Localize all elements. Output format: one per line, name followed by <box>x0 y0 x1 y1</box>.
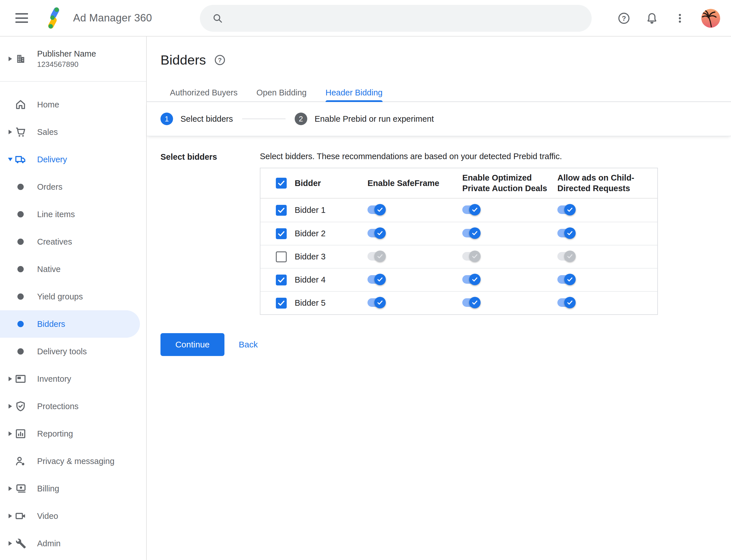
bidder-name: Bidder 4 <box>295 275 326 285</box>
svg-text:?: ? <box>622 15 626 22</box>
table-row: Bidder 5 <box>261 291 657 314</box>
safeframe-toggle[interactable] <box>367 273 386 285</box>
sidebar-item-admin[interactable]: Admin <box>0 530 146 557</box>
sidebar-item-label: Protections <box>37 402 79 411</box>
child-directed-toggle[interactable] <box>557 273 576 285</box>
sidebar-item-delivery[interactable]: Delivery <box>0 146 146 173</box>
truck-icon <box>14 153 27 166</box>
caret-right-icon <box>7 541 13 546</box>
safeframe-toggle[interactable] <box>367 297 386 309</box>
sidebar-item-label: Billing <box>37 484 59 493</box>
caret-right-icon <box>7 56 13 62</box>
table-row: Bidder 3 <box>261 245 657 268</box>
page-help-icon[interactable]: ? <box>214 54 226 66</box>
search-bar[interactable] <box>200 5 592 32</box>
sidebar-item-label: Yield groups <box>37 292 83 301</box>
sidebar-item-orders[interactable]: Orders <box>0 173 146 201</box>
back-button[interactable]: Back <box>239 340 258 349</box>
sidebar-item-label: Orders <box>37 182 63 192</box>
row-checkbox[interactable] <box>276 275 287 285</box>
row-checkbox[interactable] <box>276 228 287 239</box>
select-all-checkbox[interactable] <box>276 178 287 189</box>
bullet-icon <box>14 235 27 249</box>
bullet-icon <box>14 317 27 331</box>
search-input[interactable] <box>223 5 592 32</box>
column-header-optimized-deals: Enable Optimized Private Auction Deals <box>462 173 549 194</box>
payments-icon <box>14 482 27 495</box>
sidebar-item-label: Inventory <box>37 374 71 384</box>
ad-manager-app: Ad Manager 360 ? <box>0 0 731 560</box>
sidebar-item-reporting[interactable]: Reporting <box>0 420 146 447</box>
step-label: Enable Prebid or run experiment <box>315 114 434 124</box>
table-row: Bidder 2 <box>261 222 657 245</box>
sidebar-item-native[interactable]: Native <box>0 255 146 283</box>
stepper: 1 Select bidders 2 Enable Prebid or run … <box>147 102 731 136</box>
help-icon[interactable]: ? <box>617 12 630 25</box>
step-label: Select bidders <box>181 114 233 124</box>
topbar: Ad Manager 360 ? <box>0 0 731 37</box>
sidebar-item-yield-groups[interactable]: Yield groups <box>0 283 146 310</box>
notifications-icon[interactable] <box>645 12 658 25</box>
caret-right-icon <box>7 431 13 437</box>
sidebar-nav: Home Sales <box>0 82 146 557</box>
child-directed-toggle[interactable] <box>557 297 576 309</box>
publisher-name: Publisher Name <box>37 49 96 59</box>
tab-open-bidding[interactable]: Open Bidding <box>247 84 316 101</box>
sidebar-item-inventory[interactable]: Inventory <box>0 365 146 393</box>
row-checkbox[interactable] <box>276 298 287 309</box>
bidder-name: Bidder 2 <box>295 229 326 238</box>
publisher-selector[interactable]: Publisher Name 1234567890 <box>0 37 146 82</box>
sidebar-item-line-items[interactable]: Line items <box>0 201 146 228</box>
sidebar-item-label: Native <box>37 265 61 274</box>
sidebar-item-bidders[interactable]: Bidders <box>0 310 140 338</box>
main-content: Bidders ? Authorized Buyers Open Bidding… <box>147 37 731 560</box>
more-vert-icon[interactable] <box>673 12 686 25</box>
sidebar-item-creatives[interactable]: Creatives <box>0 228 146 255</box>
sidebar-item-label: Delivery <box>37 155 67 164</box>
bidder-name: Bidder 5 <box>295 298 326 308</box>
sidebar-item-home[interactable]: Home <box>0 91 146 118</box>
sidebar-item-privacy-messaging[interactable]: Privacy & messaging <box>0 447 146 475</box>
child-directed-toggle[interactable] <box>557 204 576 216</box>
sidebar-item-video[interactable]: Video <box>0 502 146 530</box>
sidebar-item-label: Bidders <box>37 319 65 329</box>
tab-header-bidding[interactable]: Header Bidding <box>316 84 392 101</box>
optimized-deals-toggle[interactable] <box>462 297 480 309</box>
caret-right-icon <box>7 129 13 135</box>
form-actions: Continue Back <box>147 333 731 356</box>
bidder-name: Bidder 3 <box>295 252 326 261</box>
cart-icon <box>14 125 27 139</box>
sidebar-item-label: Delivery tools <box>37 347 87 356</box>
row-checkbox[interactable] <box>276 251 287 262</box>
section-description: Select bidders. These recommendations ar… <box>260 151 658 161</box>
avatar[interactable] <box>701 9 720 28</box>
sidebar-item-protections[interactable]: Protections <box>0 393 146 420</box>
sidebar-item-label: Creatives <box>37 237 72 247</box>
step-connector <box>242 119 286 119</box>
optimized-deals-toggle[interactable] <box>462 204 480 216</box>
menu-icon[interactable] <box>15 13 28 23</box>
tab-authorized-buyers[interactable]: Authorized Buyers <box>161 84 247 101</box>
safeframe-toggle[interactable] <box>367 227 386 239</box>
shield-check-icon <box>14 399 27 413</box>
sidebar-item-label: Privacy & messaging <box>37 457 115 466</box>
publisher-code: 1234567890 <box>37 60 96 69</box>
step-number: 1 <box>161 113 173 125</box>
row-checkbox[interactable] <box>276 205 287 216</box>
safeframe-toggle[interactable] <box>367 204 386 216</box>
sidebar: Publisher Name 1234567890 Home <box>0 37 147 560</box>
sidebar-item-label: Line items <box>37 210 75 219</box>
sidebar-item-sales[interactable]: Sales <box>0 118 146 146</box>
child-directed-toggle[interactable] <box>557 250 576 262</box>
optimized-deals-toggle[interactable] <box>462 227 480 239</box>
inventory-icon <box>14 372 27 386</box>
wrench-icon <box>14 537 27 550</box>
continue-button[interactable]: Continue <box>161 333 225 356</box>
sidebar-item-billing[interactable]: Billing <box>0 475 146 502</box>
sidebar-item-delivery-tools[interactable]: Delivery tools <box>0 338 146 365</box>
optimized-deals-toggle[interactable] <box>462 273 480 285</box>
optimized-deals-toggle[interactable] <box>462 250 480 262</box>
child-directed-toggle[interactable] <box>557 227 576 239</box>
bullet-icon <box>14 345 27 358</box>
safeframe-toggle[interactable] <box>367 250 386 262</box>
